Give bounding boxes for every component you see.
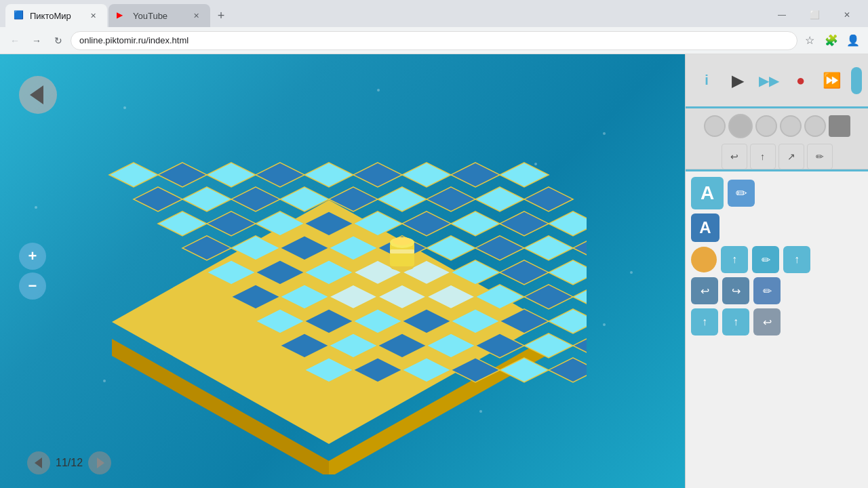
next-page-button[interactable] xyxy=(88,451,111,474)
tile-0-5 xyxy=(353,163,402,187)
tile-3-8 xyxy=(573,236,587,260)
arrow-curve-left[interactable]: ↩ xyxy=(691,277,718,304)
tab-piktomir[interactable]: 🟦 ПиктоМир ✕ xyxy=(5,4,107,27)
dir-left-btn[interactable]: ↩ xyxy=(722,144,747,169)
tile-0-2 xyxy=(207,163,256,187)
pagination: 11/12 xyxy=(27,451,111,474)
scroll-handle[interactable] xyxy=(851,67,862,94)
tile-1-2 xyxy=(231,187,280,211)
arrow-pencil-1[interactable]: ✏ xyxy=(752,246,779,273)
dir-pencil-btn[interactable]: ✏ xyxy=(807,144,833,169)
zoom-controls: + − xyxy=(19,243,46,300)
tile-0-4 xyxy=(304,163,353,187)
next-arrow-icon xyxy=(97,458,104,468)
tile-2-1 xyxy=(207,211,256,236)
back-navigation-button[interactable]: ← xyxy=(5,31,24,50)
arrow-up-1[interactable]: ↑ xyxy=(721,246,748,273)
fast-forward-button[interactable]: ⏩ xyxy=(817,66,847,96)
speed-4[interactable] xyxy=(780,115,802,137)
letter-a-blue-button[interactable]: A xyxy=(691,214,719,242)
tile-1-0 xyxy=(134,187,182,211)
youtube-favicon: ▶ xyxy=(117,10,127,21)
tab-youtube-close[interactable]: ✕ xyxy=(190,9,202,22)
arrow-curve-right[interactable]: ↪ xyxy=(722,277,749,304)
tile-1-7 xyxy=(475,187,524,211)
arrow-up-3[interactable]: ↑ xyxy=(691,308,718,336)
maximize-button[interactable]: ⬜ xyxy=(799,5,830,24)
zoom-in-button[interactable]: + xyxy=(19,243,46,270)
tile-2-7 xyxy=(500,211,549,236)
arrow-row-3: ↑ ↑ ↩ xyxy=(691,308,863,336)
arrow-pencil-2[interactable]: ✏ xyxy=(753,277,781,304)
speed-1[interactable] xyxy=(704,115,726,137)
back-arrow-icon xyxy=(30,85,43,104)
address-bar[interactable]: online.piktomir.ru/index.html xyxy=(71,31,797,50)
code-section-a-row: A ✏ xyxy=(691,177,863,209)
dot-5 xyxy=(603,323,606,326)
dot-1 xyxy=(123,106,126,109)
new-tab-button[interactable]: + xyxy=(212,6,231,25)
info-button[interactable]: i xyxy=(692,66,722,96)
panel-toolbar: i ▶ ▶▶ ● ⏩ xyxy=(686,54,868,108)
play-button[interactable]: ▶ xyxy=(723,66,753,96)
toolbar-icons: ☆ 🧩 👤 xyxy=(800,31,863,50)
speed-2[interactable] xyxy=(728,114,753,138)
reload-button[interactable]: ↻ xyxy=(49,31,68,50)
letter-a-teal-button[interactable]: A xyxy=(691,177,724,209)
dot-8 xyxy=(630,271,633,274)
arrow-up-2[interactable]: ↑ xyxy=(783,246,810,273)
account-icon[interactable]: 👤 xyxy=(844,31,863,50)
tile-1-5 xyxy=(378,187,427,211)
tile-5-6 xyxy=(524,285,573,309)
tab-youtube-title: YouTube xyxy=(133,11,184,21)
tile-2-5 xyxy=(402,211,451,236)
browser-window: 🟦 ПиктоМир ✕ ▶ YouTube ✕ + — ⬜ ✕ ← → ↻ o… xyxy=(0,0,868,488)
tile-7-6 xyxy=(573,333,587,358)
content-area: + − xyxy=(0,54,868,488)
dot-2 xyxy=(377,89,380,92)
dir-right-btn[interactable]: ↗ xyxy=(778,144,804,169)
arrow-back-1[interactable]: ↩ xyxy=(753,308,781,336)
tile-2-6 xyxy=(451,211,500,236)
extensions-icon[interactable]: 🧩 xyxy=(822,31,841,50)
play-step-button[interactable]: ▶▶ xyxy=(754,66,784,96)
pencil-button[interactable]: ✏ xyxy=(728,180,755,207)
grid-view-button[interactable] xyxy=(829,115,850,137)
iso-grid-container: // This won't execute in SVG context dir… xyxy=(71,122,587,477)
stop-button[interactable]: ● xyxy=(786,66,816,96)
right-panel: i ▶ ▶▶ ● ⏩ xyxy=(685,54,868,488)
window-controls: — ⬜ ✕ xyxy=(766,5,868,27)
arrow-row-1: ↑ ✏ ↑ xyxy=(691,246,863,273)
prev-page-button[interactable] xyxy=(27,451,50,474)
zoom-out-button[interactable]: − xyxy=(19,272,46,300)
tab-youtube[interactable]: ▶ YouTube ✕ xyxy=(108,4,210,27)
speed-5[interactable] xyxy=(804,115,826,137)
dot-9 xyxy=(603,132,606,135)
prev-arrow-icon xyxy=(35,458,42,468)
page-indicator: 11/12 xyxy=(56,457,83,469)
tile-1-6 xyxy=(427,187,475,211)
color-dot-button[interactable] xyxy=(691,247,717,272)
bookmark-icon[interactable]: ☆ xyxy=(800,31,819,50)
tab-bar: 🟦 ПиктоМир ✕ ▶ YouTube ✕ + — ⬜ ✕ xyxy=(0,0,868,27)
dot-4 xyxy=(35,206,37,209)
forward-navigation-button[interactable]: → xyxy=(27,31,46,50)
tile-4-6 xyxy=(500,260,549,285)
tile-0-0 xyxy=(109,163,158,187)
tab-piktomir-close[interactable]: ✕ xyxy=(87,9,99,22)
speed-selector: ↩ ↑ ↗ ✏ xyxy=(686,108,868,169)
tile-2-8 xyxy=(549,211,587,236)
tile-8-5 xyxy=(549,358,587,382)
game-back-button[interactable] xyxy=(19,76,57,114)
arrow-up-4[interactable]: ↑ xyxy=(722,308,749,336)
speed-3[interactable] xyxy=(755,115,777,137)
tile-1-1 xyxy=(182,187,231,211)
tab-piktomir-title: ПиктоМир xyxy=(30,11,81,21)
robot-head xyxy=(393,237,412,245)
tile-4-7 xyxy=(549,260,587,285)
tile-3-5 xyxy=(427,236,475,260)
close-button[interactable]: ✕ xyxy=(831,5,863,24)
minimize-button[interactable]: — xyxy=(766,5,797,24)
arrow-row-2: ↩ ↪ ✏ xyxy=(691,277,863,304)
dir-up-btn[interactable]: ↑ xyxy=(750,144,776,169)
